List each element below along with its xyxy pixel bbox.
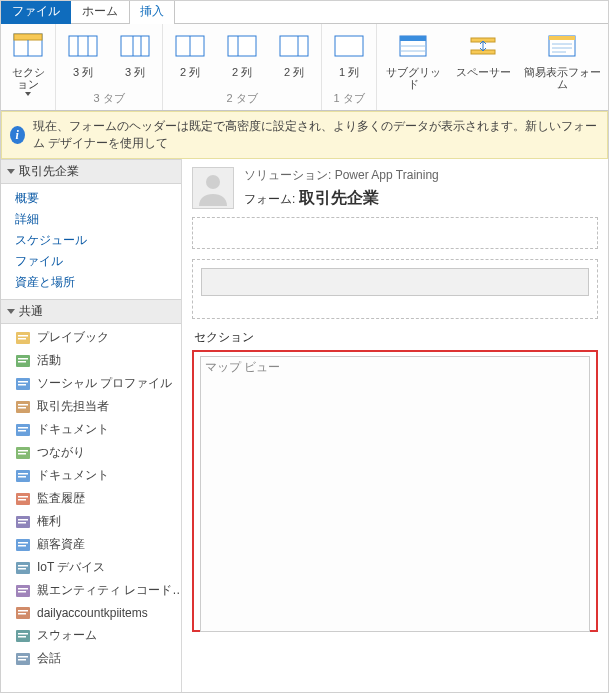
svg-rect-32: [18, 358, 28, 360]
selected-section[interactable]: マップ ビュー: [192, 350, 598, 632]
svg-rect-57: [18, 545, 26, 547]
columns3b-icon: [119, 30, 151, 62]
sidebar-nav-link[interactable]: ファイル: [15, 251, 181, 272]
svg-rect-33: [18, 361, 26, 363]
svg-rect-50: [18, 496, 28, 498]
subgrid-button[interactable]: サブグリッド: [383, 30, 443, 90]
entity-icon: [15, 537, 31, 553]
sidebar-entity-item[interactable]: ソーシャル プロファイル: [1, 372, 181, 395]
sidebar-entity-item[interactable]: スウォーム: [1, 624, 181, 647]
sidebar-group2-list: プレイブック活動ソーシャル プロファイル取引先担当者ドキュメントつながりドキュメ…: [1, 324, 181, 672]
tab-file[interactable]: ファイル: [1, 0, 71, 24]
sidebar-entity-item[interactable]: つながり: [1, 441, 181, 464]
sidebar-entity-item[interactable]: ドキュメント: [1, 418, 181, 441]
svg-rect-6: [121, 36, 149, 56]
sidebar-nav-link[interactable]: スケジュール: [15, 230, 181, 251]
sidebar-entity-item[interactable]: 会話: [1, 647, 181, 670]
form-name: 取引先企業: [299, 189, 379, 206]
info-bar: i 現在、フォームのヘッダーは既定で高密度に設定され、より多くのデータが表示され…: [1, 111, 608, 159]
svg-rect-62: [18, 588, 28, 590]
sidebar-nav-link[interactable]: 資産と場所: [15, 272, 181, 293]
field-dropzone[interactable]: [192, 259, 598, 319]
svg-rect-39: [18, 407, 26, 409]
sidebar-entity-item[interactable]: dailyaccountkpiitems: [1, 602, 181, 624]
sidebar-entity-label: ドキュメント: [37, 467, 109, 484]
sidebar-entity-item[interactable]: 監査履歴: [1, 487, 181, 510]
svg-rect-45: [18, 453, 26, 455]
svg-rect-51: [18, 499, 26, 501]
one-col-button[interactable]: 1 列: [328, 30, 370, 78]
svg-rect-44: [18, 450, 28, 452]
svg-rect-65: [18, 610, 28, 612]
sidebar: 取引先企業 概要詳細スケジュールファイル資産と場所 共通 プレイブック活動ソーシ…: [1, 159, 182, 693]
sidebar-nav-link[interactable]: 概要: [15, 188, 181, 209]
two-col-label-a: 2 列: [180, 66, 200, 78]
form-header: ソリューション: Power App Training フォーム: 取引先企業: [192, 167, 598, 209]
sidebar-entity-item[interactable]: 権利: [1, 510, 181, 533]
mapview-control[interactable]: マップ ビュー: [200, 356, 590, 632]
entity-icon: [15, 422, 31, 438]
entity-icon: [15, 583, 31, 599]
sidebar-nav-link[interactable]: 詳細: [15, 209, 181, 230]
sidebar-entity-label: ソーシャル プロファイル: [37, 375, 172, 392]
section-icon: [12, 30, 44, 62]
sidebar-entity-label: プレイブック: [37, 329, 109, 346]
ribbon-group-section: セクション: [1, 24, 56, 110]
three-col-button-b[interactable]: 3 列: [114, 30, 156, 78]
three-col-label-a: 3 列: [73, 66, 93, 78]
tab-insert[interactable]: 挿入: [129, 0, 175, 24]
ribbon-tabs: ファイル ホーム 挿入: [1, 1, 608, 24]
svg-rect-35: [18, 381, 28, 383]
sidebar-entity-item[interactable]: プレイブック: [1, 326, 181, 349]
avatar-icon: [192, 167, 234, 209]
svg-rect-13: [280, 36, 308, 56]
sidebar-group2-title: 共通: [19, 303, 43, 320]
three-col-button-a[interactable]: 3 列: [62, 30, 104, 78]
svg-rect-47: [18, 473, 28, 475]
form-line: フォーム: 取引先企業: [244, 188, 439, 209]
sidebar-entity-item[interactable]: 活動: [1, 349, 181, 372]
sidebar-entity-item[interactable]: 顧客資産: [1, 533, 181, 556]
quickview-icon: [546, 30, 578, 62]
sidebar-entity-item[interactable]: ドキュメント: [1, 464, 181, 487]
entity-icon: [15, 514, 31, 530]
svg-rect-17: [400, 36, 426, 41]
two-col-label-b: 2 列: [232, 66, 252, 78]
svg-rect-3: [69, 36, 97, 56]
sidebar-entity-item[interactable]: 親エンティティ レコード…: [1, 579, 181, 602]
work-area: 取引先企業 概要詳細スケジュールファイル資産と場所 共通 プレイブック活動ソーシ…: [1, 159, 608, 693]
app-window: ファイル ホーム 挿入 セクション 3 列: [0, 0, 609, 693]
entity-icon: [15, 445, 31, 461]
sidebar-entity-item[interactable]: 取引先担当者: [1, 395, 181, 418]
header-dropzone[interactable]: [192, 217, 598, 249]
two-col-button-c[interactable]: 2 列: [273, 30, 315, 78]
svg-point-74: [206, 175, 220, 189]
sidebar-group2-header[interactable]: 共通: [1, 299, 181, 324]
section-button[interactable]: セクション: [7, 30, 49, 96]
section-button-label: セクション: [7, 66, 49, 90]
sidebar-group1-header[interactable]: 取引先企業: [1, 159, 181, 184]
sidebar-entity-label: スウォーム: [37, 627, 97, 644]
field-placeholder: [201, 268, 589, 296]
two-col-button-b[interactable]: 2 列: [221, 30, 263, 78]
sidebar-entity-label: ドキュメント: [37, 421, 109, 438]
svg-rect-54: [18, 522, 26, 524]
entity-icon: [15, 330, 31, 346]
solution-name: Power App Training: [335, 168, 439, 182]
spacer-button[interactable]: スペーサー: [453, 30, 513, 78]
sidebar-entity-item[interactable]: IoT デバイス: [1, 556, 181, 579]
entity-icon: [15, 605, 31, 621]
svg-rect-48: [18, 476, 26, 478]
tab-home[interactable]: ホーム: [71, 0, 129, 24]
svg-rect-11: [228, 36, 256, 56]
sidebar-group1-list: 概要詳細スケジュールファイル資産と場所: [1, 184, 181, 299]
quickview-button[interactable]: 簡易表示フォーム: [523, 30, 601, 90]
sidebar-entity-label: 会話: [37, 650, 61, 667]
sidebar-entity-label: IoT デバイス: [37, 559, 105, 576]
entity-icon: [15, 399, 31, 415]
ribbon: セクション 3 列 3 列 3 タブ: [1, 24, 608, 111]
svg-rect-42: [18, 430, 26, 432]
ribbon-group-controls: サブグリッド スペーサー 簡易表示フォーム: [377, 24, 607, 110]
two-col-button-a[interactable]: 2 列: [169, 30, 211, 78]
mapview-label: マップ ビュー: [205, 360, 280, 374]
